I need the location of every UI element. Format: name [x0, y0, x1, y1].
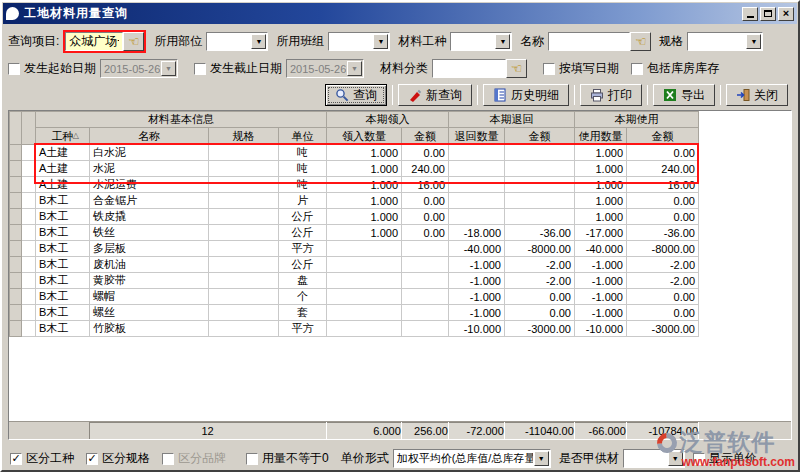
by-fill-date-group: 按填写日期 [543, 60, 623, 77]
filter-row-1: 查询项目: ☜ 所用部位 ▼ 所用班组 ▼ 材料工种 ▼ [8, 30, 792, 53]
end-date-checkbox[interactable] [194, 63, 206, 75]
start-date-label: 发生起始日期 [24, 60, 96, 77]
cell-recv_amt: 240.00 [402, 161, 449, 177]
col-name[interactable]: 名称 [90, 128, 209, 145]
include-stock-checkbox[interactable] [631, 63, 643, 75]
chevron-down-icon[interactable]: ▼ [668, 451, 683, 466]
col-spec[interactable]: 规格 [209, 128, 279, 145]
export-button[interactable]: 导出 [653, 84, 715, 106]
maximize-button[interactable] [760, 7, 776, 21]
row-indicator[interactable] [10, 209, 22, 225]
total-ret-amt: -11040.00 [504, 423, 574, 440]
usage-nonzero-group: 用量不等于0 [246, 450, 333, 467]
cell-spec [209, 161, 279, 177]
table-row[interactable]: A土建白水泥吨1.0000.001.0000.00 [10, 145, 699, 161]
material-category-picker-button[interactable]: ☜ [506, 59, 527, 78]
usage-nonzero-checkbox[interactable] [246, 453, 258, 465]
gutter-header [22, 112, 36, 145]
cell-ret_amt [505, 161, 575, 177]
row-indicator[interactable] [10, 257, 22, 273]
material-craft-select[interactable]: ▼ [450, 32, 512, 51]
minimize-button[interactable] [742, 7, 758, 21]
row-indicator[interactable] [10, 241, 22, 257]
row-indicator[interactable] [10, 225, 22, 241]
row-indicator[interactable] [10, 289, 22, 305]
name-input[interactable] [548, 32, 630, 51]
col-craft[interactable]: 工种△ [36, 128, 90, 145]
results-table: 材料基本信息 本期领入 本期退回 本期使用 工种△ 名称 规格 单位 领入数量 … [9, 111, 699, 337]
cell-ret_amt: -3000.00 [505, 321, 575, 337]
cell-ret_amt [505, 177, 575, 193]
table-row[interactable]: A土建水泥运费吨1.00016.001.00016.00 [10, 177, 699, 193]
cell-name: 废机油 [90, 257, 209, 273]
print-button[interactable]: 打印 [580, 84, 642, 106]
col-use-amt[interactable]: 金额 [627, 128, 699, 145]
by-fill-date-checkbox[interactable] [543, 63, 555, 75]
cell-unit: 个 [279, 289, 327, 305]
total-recv-qty: 6.000 [326, 423, 401, 440]
row-indicator[interactable] [10, 145, 22, 161]
price-form-select[interactable]: 加权平均价(总库值/总库存量) ▼ [393, 449, 551, 468]
col-recv-amt[interactable]: 金额 [402, 128, 449, 145]
row-indicator[interactable] [10, 177, 22, 193]
material-category-input[interactable] [432, 59, 506, 78]
window-title: 工地材料用量查询 [24, 5, 742, 22]
table-row[interactable]: B木工铁丝公斤1.0000.00-18.000-36.00-17.000-36.… [10, 225, 699, 241]
owner-supplied-select[interactable]: ▼ [623, 449, 685, 468]
cell-unit: 公斤 [279, 209, 327, 225]
cell-recv_qty [327, 241, 402, 257]
cell-recv_qty: 1.000 [327, 145, 402, 161]
table-row[interactable]: B木工铁皮撬公斤1.0000.001.0000.00 [10, 209, 699, 225]
table-row[interactable]: B木工螺丝套-1.0000.00-1.0000.00 [10, 305, 699, 321]
cell-unit: 平方 [279, 241, 327, 257]
close-window-button[interactable]: 关闭 [726, 84, 788, 106]
chevron-down-icon[interactable]: ▼ [495, 34, 510, 49]
printer-icon [590, 88, 604, 102]
row-indicator[interactable] [10, 161, 22, 177]
cell-recv_qty [327, 273, 402, 289]
table-row[interactable]: B木工废机油公斤-1.000-2.00-1.000-2.00 [10, 257, 699, 273]
spec-select[interactable]: ▼ [687, 32, 763, 51]
row-gutter [22, 161, 36, 177]
cell-ret_amt: 0.00 [505, 305, 575, 321]
used-team-select[interactable]: ▼ [328, 32, 390, 51]
annotation-box-query-project: ☜ [63, 30, 146, 53]
chevron-down-icon[interactable]: ▼ [534, 451, 549, 466]
query-button[interactable]: 查询 [325, 84, 387, 106]
table-row[interactable]: B木工螺帽个-1.0000.00-1.0000.00 [10, 289, 699, 305]
close-button[interactable]: × [778, 7, 794, 21]
row-indicator[interactable] [10, 193, 22, 209]
row-indicator[interactable] [10, 273, 22, 289]
table-row[interactable]: A土建水泥吨1.000240.001.000240.00 [10, 161, 699, 177]
table-row[interactable]: B木工多层板平方-40.000-8000.00-40.000-8000.00 [10, 241, 699, 257]
table-row[interactable]: B木工合金锯片片1.0000.001.0000.00 [10, 193, 699, 209]
cell-spec [209, 257, 279, 273]
show-price-checkbox[interactable] [693, 453, 705, 465]
cell-spec [209, 305, 279, 321]
col-ret-qty[interactable]: 退回数量 [449, 128, 505, 145]
col-ret-amt[interactable]: 金额 [505, 128, 575, 145]
new-query-button[interactable]: 新查询 [398, 84, 472, 106]
name-picker-button[interactable]: ☜ [630, 32, 651, 51]
col-recv-qty[interactable]: 领入数量 [327, 128, 402, 145]
start-date-checkbox[interactable] [8, 63, 20, 75]
table-row[interactable]: B木工黄胶带盘-1.000-2.00-1.000-2.00 [10, 273, 699, 289]
chevron-down-icon[interactable]: ▼ [373, 34, 388, 49]
query-project-picker-button[interactable]: ☜ [123, 32, 144, 51]
query-project-input[interactable] [65, 32, 123, 51]
chevron-down-icon[interactable]: ▼ [746, 34, 761, 49]
col-unit[interactable]: 单位 [279, 128, 327, 145]
spec-label: 规格 [659, 33, 683, 50]
row-indicator[interactable] [10, 305, 22, 321]
row-indicator[interactable] [10, 321, 22, 337]
chevron-down-icon[interactable]: ▼ [251, 34, 266, 49]
col-use-qty[interactable]: 使用数量 [575, 128, 627, 145]
table-row[interactable]: B木工竹胶板平方-10.000-3000.00-10.000-3000.00 [10, 321, 699, 337]
split-spec-checkbox[interactable] [86, 453, 98, 465]
used-part-select[interactable]: ▼ [206, 32, 268, 51]
cell-spec [209, 289, 279, 305]
history-detail-button[interactable]: 历史明细 [483, 84, 569, 106]
cell-craft: B木工 [36, 209, 90, 225]
split-craft-checkbox[interactable] [10, 453, 22, 465]
owner-supplied-label: 是否甲供材 [559, 450, 619, 467]
